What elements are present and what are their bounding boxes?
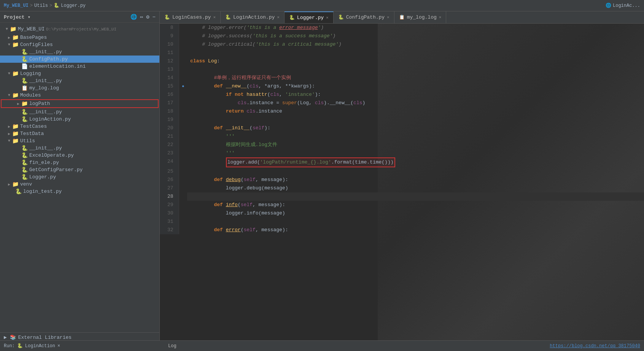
code-line-22[interactable]: 根据时间生成.log文件: [187, 141, 644, 149]
sidebar-item-testcases[interactable]: ▶ 📁 TestCases: [0, 123, 159, 130]
table-row: 16 if not hasattr(cls, 'instance'):: [160, 91, 644, 99]
folder-icon-basepages: 📁: [12, 34, 19, 41]
sidebar-item-init-modules[interactable]: 🐍 __init__.py: [0, 108, 159, 116]
init-config-label: __init__.py: [29, 49, 62, 55]
py-icon-init-logging: 🐍: [21, 78, 28, 84]
sidebar-item-logging[interactable]: ▼ 📁 Logging: [0, 70, 159, 77]
arrow-modules: ▼: [6, 93, 12, 97]
line-num-18: 18: [160, 107, 179, 116]
sidebar-item-init-utils[interactable]: 🐍 __init__.py: [0, 145, 159, 152]
excelop-label: ExcelOperate.py: [29, 152, 74, 158]
tab-close-loginaction[interactable]: ×: [277, 15, 280, 20]
table-row: 15 ● def __new__(cls, *args, **kwargs):: [160, 82, 644, 91]
code-line-30[interactable]: logger.info(message): [187, 209, 644, 218]
tab-logincases[interactable]: 🐍 LoginCases.py ×: [160, 11, 221, 24]
sidebar-item-root[interactable]: ▼ 📁 My_WEB_UI D:\PycharmProjects\My_WEB_…: [0, 24, 159, 34]
code-line-27[interactable]: logger.debug(message): [187, 184, 644, 192]
py-icon-excelop: 🐍: [21, 152, 28, 159]
code-line-24[interactable]: logger.add('logPath/runtime_{}.log'.form…: [187, 157, 644, 167]
code-line-17[interactable]: cls.instance = super(Log, cls).__new__(c…: [187, 99, 644, 107]
breadcrumb-sep2: >: [49, 3, 52, 8]
code-line-10[interactable]: # logger.critical('this is a critical me…: [187, 40, 644, 49]
code-line-15[interactable]: def __new__(cls, *args, **kwargs):: [187, 82, 644, 91]
titlebar: My_WEB_UI > Utils > 🐍 Logger.py 🌐 LoginA…: [0, 0, 644, 11]
breadcrumb-utils[interactable]: Utils: [34, 3, 48, 8]
elementlocation-label: elementLocation.ini: [29, 64, 86, 69]
code-line-25[interactable]: [187, 167, 644, 176]
tab-loginaction[interactable]: 🐍 LoginAction.py ×: [221, 11, 285, 24]
url-link[interactable]: https://blog.csdn.net/qq_38175040: [550, 343, 640, 349]
sidebar-item-logpath[interactable]: ▶ 📁 logPath: [1, 99, 159, 108]
add-icon[interactable]: 🌐: [130, 14, 137, 20]
tab-label-mylog: my_log.log: [407, 14, 437, 20]
code-line-18[interactable]: return cls.instance: [187, 107, 644, 116]
login-account[interactable]: 🌐 LoginAc...: [606, 3, 640, 8]
code-line-9[interactable]: # logger.success('this is a success mess…: [187, 32, 644, 40]
line-num-16: 16: [160, 91, 179, 99]
tab-close-logger[interactable]: ×: [326, 16, 329, 20]
table-row: 20 def __init__(self):: [160, 124, 644, 132]
code-editor[interactable]: 8 # logger.error('this is a error messag…: [160, 24, 644, 340]
code-line-26[interactable]: def debug(self, message):: [187, 176, 644, 184]
sidebar-item-venv[interactable]: ▶ 📁 venv: [0, 181, 159, 188]
line-num-15: 15: [160, 82, 179, 91]
gutter-11: [179, 49, 187, 57]
sidebar-item-init-logging[interactable]: 🐍 __init__.py: [0, 77, 159, 84]
code-line-11[interactable]: [187, 49, 644, 57]
init-modules-label: __init__.py: [29, 109, 62, 115]
code-line-32[interactable]: def error(self, message):: [187, 226, 644, 234]
tab-close-mylog[interactable]: ×: [439, 15, 442, 20]
sidebar-item-elementlocation[interactable]: 📄 elementLocation.ini: [0, 63, 159, 70]
sidebar-item-init-config[interactable]: 🐍 __init__.py: [0, 48, 159, 56]
line-num-28: 28: [160, 192, 179, 201]
code-line-14[interactable]: #单例，运行程序保证只有一个实例: [187, 74, 644, 82]
gear-icon[interactable]: ⚙: [146, 14, 149, 20]
sidebar-item-utils[interactable]: ▼ 📁 Utils: [0, 137, 159, 145]
minimize-icon[interactable]: −: [153, 14, 156, 20]
ini-icon: 📄: [21, 63, 28, 70]
code-line-19[interactable]: [187, 116, 644, 124]
sidebar-item-testdata[interactable]: ▶ 📁 TestData: [0, 130, 159, 137]
tab-close-configpath[interactable]: ×: [387, 15, 390, 20]
gutter-28: [179, 192, 187, 201]
sidebar-item-configfiles[interactable]: ▼ 📁 ConfigFiles: [0, 41, 159, 48]
code-line-31[interactable]: [187, 218, 644, 226]
tab-configpath[interactable]: 🐍 ConfigPath.py ×: [334, 11, 394, 24]
sidebar-item-excelop[interactable]: 🐍 ExcelOperate.py: [0, 152, 159, 159]
gutter-24: [179, 157, 187, 167]
code-line-29[interactable]: def info(self, message):: [187, 201, 644, 209]
arrow-configfiles: ▼: [6, 43, 12, 47]
sidebar-item-finele[interactable]: 🐍 fin_ele.py: [0, 159, 159, 166]
sidebar-item-mylog[interactable]: 📋 my_log.log: [0, 84, 159, 92]
log-tab[interactable]: Log: [164, 342, 181, 350]
split-icon[interactable]: ⇔: [140, 14, 143, 20]
code-line-16[interactable]: if not hasattr(cls, 'instance'):: [187, 91, 644, 99]
ext-libs-label: External Libraries: [18, 335, 72, 340]
line-num-9: 9: [160, 32, 179, 40]
folder-icon-logpath: 📁: [21, 100, 28, 107]
run-script[interactable]: LoginAction: [25, 343, 55, 349]
sidebar-item-configpath[interactable]: 🐍 ConfigPath.py: [0, 56, 159, 63]
sidebar-item-basepages[interactable]: ▶ 📁 BasePages: [0, 34, 159, 41]
tab-logger[interactable]: 🐍 Logger.py ×: [285, 11, 334, 24]
sidebar-item-logger[interactable]: 🐍 Logger.py: [0, 173, 159, 181]
table-row: 25: [160, 167, 644, 176]
code-line-20[interactable]: def __init__(self):: [187, 124, 644, 132]
tab-close-logincases[interactable]: ×: [213, 15, 216, 20]
logger-label: Logger.py: [29, 174, 56, 180]
breadcrumb-root[interactable]: My_WEB_UI: [4, 3, 29, 8]
sidebar-item-getconfigparser[interactable]: 🐍 GetConfigParser.py: [0, 166, 159, 173]
code-line-21[interactable]: ''': [187, 132, 644, 141]
code-line-23[interactable]: ''': [187, 149, 644, 157]
line-num-13: 13: [160, 65, 179, 74]
sidebar-item-logintest[interactable]: 🐍 login_test.py: [0, 188, 159, 195]
code-line-28[interactable]: [187, 192, 644, 201]
code-line-8[interactable]: # logger.error('this is a error message'…: [187, 24, 644, 32]
table-row: 12 class Log:: [160, 57, 644, 65]
code-line-12[interactable]: class Log:: [187, 57, 644, 65]
run-close[interactable]: ×: [57, 343, 60, 349]
sidebar-item-loginaction-m[interactable]: 🐍 LoginAction.py: [0, 116, 159, 123]
tab-mylog[interactable]: 📋 my_log.log ×: [394, 11, 447, 24]
sidebar-item-modules[interactable]: ▼ 📁 Modules: [0, 92, 159, 99]
code-line-13[interactable]: [187, 65, 644, 74]
